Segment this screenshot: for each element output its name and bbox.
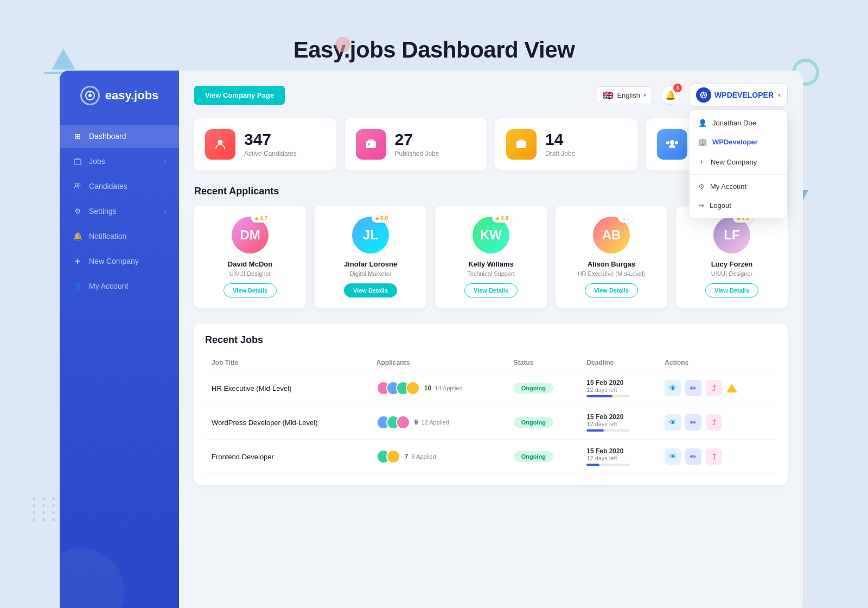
stat-label-candidates: Active Candidates xyxy=(244,150,297,157)
view-action-btn-3[interactable]: 👁 xyxy=(665,448,681,465)
rating-badge-1: ★ 4.7 xyxy=(251,214,271,223)
applicant-name-1: David McDon xyxy=(228,260,272,268)
stat-info-draft: 14 Draft Jobs xyxy=(545,131,575,157)
recent-jobs-section: Recent Jobs Job Title Applicants Status … xyxy=(194,324,788,485)
applicant-name-5: Lucy Forzen xyxy=(711,260,753,268)
warning-icon-1[interactable] xyxy=(726,384,737,392)
company-selector[interactable]: WPDEVELOPER ▾ 👤 Jonathan Doe 🏢 WPDevelop… xyxy=(689,84,788,106)
company-dropdown-menu: 👤 Jonathan Doe 🏢 WPDeveloper ＋ New Compa… xyxy=(690,110,787,218)
candidates-stat-icon xyxy=(205,129,235,160)
job-applicants-1: 10 14 Applied xyxy=(370,371,507,406)
sidebar-label-notification: Notification xyxy=(89,232,126,240)
svg-rect-10 xyxy=(516,141,526,148)
sidebar-item-jobs[interactable]: Jobs › xyxy=(60,150,179,173)
progress-wrap-2 xyxy=(586,429,630,432)
recent-jobs-title: Recent Jobs xyxy=(205,334,777,346)
edit-action-btn-3[interactable]: ✏ xyxy=(685,448,701,465)
job-status-3: Ongoing xyxy=(507,440,580,474)
status-badge-3: Ongoing xyxy=(514,451,553,462)
edit-action-btn-1[interactable]: ✏ xyxy=(685,380,701,396)
rating-badge-2: ★ 5.0 xyxy=(372,214,391,223)
sidebar-label-my-account: My Account xyxy=(89,282,128,290)
stat-card-candidates: 347 Active Candidates xyxy=(194,118,336,170)
dropdown-divider xyxy=(690,174,787,175)
deadline-date-3: 15 Feb 2020 xyxy=(586,447,652,455)
jobs-table: Job Title Applicants Status Deadline Act… xyxy=(205,354,777,474)
stat-info-candidates: 347 Active Candidates xyxy=(244,131,297,157)
sidebar-label-candidates: Candidates xyxy=(89,182,127,191)
sidebar-label-dashboard: Dashboard xyxy=(89,132,126,141)
deadline-left-3: 12 days left xyxy=(586,455,652,461)
view-details-btn-3[interactable]: View Details xyxy=(464,283,518,297)
logo-icon xyxy=(80,86,100,105)
notification-button[interactable]: 🔔 3 xyxy=(661,85,680,105)
dropdown-active-company[interactable]: 🏢 WPDeveloper xyxy=(690,132,787,151)
language-selector[interactable]: 🇬🇧 English ▾ xyxy=(597,86,652,104)
sidebar-item-settings[interactable]: ⚙ Settings › xyxy=(60,200,179,223)
sidebar-label-settings: Settings xyxy=(89,207,117,216)
applicant-role-4: HR Executive (Mid-Level) xyxy=(578,270,646,277)
view-action-btn-1[interactable]: 👁 xyxy=(665,380,681,396)
sidebar-item-dashboard[interactable]: ⊞ Dashboard xyxy=(60,125,179,148)
svg-point-4 xyxy=(75,183,78,186)
applicant-count-2: 9 xyxy=(414,419,418,426)
svg-point-7 xyxy=(218,140,223,145)
logout-icon: ↪ xyxy=(698,201,704,210)
content-area: View Company Page 🇬🇧 English ▾ 🔔 3 xyxy=(179,71,803,608)
progress-wrap-1 xyxy=(586,395,630,397)
sidebar-label-new-company: New Company xyxy=(89,257,139,265)
sidebar-item-candidates[interactable]: Candidates xyxy=(60,175,179,198)
svg-rect-3 xyxy=(74,160,81,164)
view-action-btn-2[interactable]: 👁 xyxy=(665,414,681,430)
page-main-title: Easy.jobs Dashboard View xyxy=(0,37,868,63)
status-badge-1: Ongoing xyxy=(514,383,553,394)
share-action-btn-2[interactable]: ⤴ xyxy=(706,414,722,430)
dropdown-my-account[interactable]: ⚙ My Account xyxy=(690,177,787,196)
edit-action-btn-2[interactable]: ✏ xyxy=(685,414,701,430)
sidebar-navigation: ⊞ Dashboard Jobs › xyxy=(60,125,179,297)
sidebar-item-my-account[interactable]: 👤 My Account xyxy=(60,275,179,297)
view-details-btn-2[interactable]: View Details xyxy=(344,283,397,297)
applicant-card-1: DM ★ 4.7 David McDon UX/UI Designer View… xyxy=(194,206,306,308)
view-details-btn-5[interactable]: View Details xyxy=(705,283,758,297)
bell-icon: 🔔 xyxy=(665,90,676,100)
draft-stat-icon xyxy=(506,129,537,160)
progress-fill-2 xyxy=(586,429,604,432)
dropdown-logout[interactable]: ↪ Logout xyxy=(690,196,787,215)
job-actions-3: 👁 ✏ ⤴ xyxy=(658,440,777,474)
star-icon-2: ★ xyxy=(375,216,379,221)
applied-count-2: 12 Applied xyxy=(422,419,449,426)
view-details-btn-4[interactable]: View Details xyxy=(585,283,638,297)
dashboard-icon: ⊞ xyxy=(73,131,82,141)
svg-point-13 xyxy=(675,141,678,144)
company-icon: 🏢 xyxy=(698,138,707,146)
share-action-btn-1[interactable]: ⤴ xyxy=(706,380,722,396)
deadline-left-2: 12 days left xyxy=(586,421,652,427)
applicant-card-3: KW ★ 4.9 Kelly Willams Technical Support… xyxy=(435,206,547,308)
mini-avatar xyxy=(386,449,400,464)
sidebar-label-jobs: Jobs xyxy=(89,157,105,166)
header-right: 🇬🇧 English ▾ 🔔 3 xyxy=(597,84,788,106)
deadline-date-1: 15 Feb 2020 xyxy=(586,379,652,387)
jobs-icon xyxy=(73,156,82,166)
avatar-wrap-4: AB ☆ - xyxy=(593,217,630,254)
applicant-count-3: 7 xyxy=(405,453,409,460)
view-company-button[interactable]: View Company Page xyxy=(194,86,285,105)
svg-point-1 xyxy=(88,94,92,97)
job-title-2: WordPress Developer (Mid-Level) xyxy=(205,406,370,440)
svg-rect-9 xyxy=(368,143,370,145)
col-applicants: Applicants xyxy=(370,354,507,371)
deadline-left-1: 12 days left xyxy=(586,387,652,393)
col-deadline: Deadline xyxy=(580,354,658,371)
view-details-btn-1[interactable]: View Details xyxy=(224,283,277,297)
status-badge-2: Ongoing xyxy=(514,417,553,428)
applicant-card-4: AB ☆ - Alison Burgas HR Executive (Mid-L… xyxy=(556,206,667,308)
dropdown-new-company[interactable]: ＋ New Company xyxy=(690,151,787,172)
progress-fill-3 xyxy=(586,464,599,466)
sidebar-item-new-company[interactable]: + New Company xyxy=(60,250,179,273)
job-deadline-2: 15 Feb 2020 12 days left xyxy=(580,406,658,440)
sidebar-item-notification[interactable]: 🔔 Notification xyxy=(60,225,179,248)
col-actions: Actions xyxy=(658,354,777,371)
mini-avatars-2 xyxy=(376,415,410,429)
share-action-btn-3[interactable]: ⤴ xyxy=(706,448,722,465)
